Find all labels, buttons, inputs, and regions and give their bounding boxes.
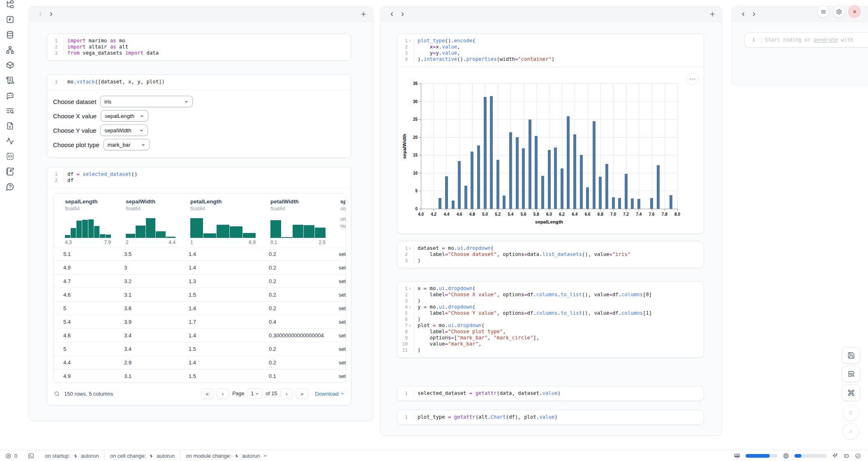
chat-icon[interactable] bbox=[6, 91, 16, 101]
altair-bar-chart: 051015202530354.04.24.44.64.85.05.25.45.… bbox=[397, 67, 704, 233]
y-value-select[interactable]: sepalWidth bbox=[100, 124, 148, 136]
gear-icon bbox=[836, 9, 842, 15]
cell-dataframe: 1df = selected_dataset()2df sepalLengthf… bbox=[47, 167, 351, 406]
fold-toggle-icon[interactable]: ∨ bbox=[408, 304, 412, 310]
code-editor[interactable]: 1plot_type = getattr(alt.Chart(df), plot… bbox=[397, 410, 704, 424]
code-editor[interactable]: 1import marimo as mo2import altair as al… bbox=[47, 34, 351, 60]
x-tick-label: 7.4 bbox=[633, 212, 645, 217]
dataset-select[interactable]: iris bbox=[100, 96, 193, 107]
settings-button[interactable] bbox=[833, 5, 845, 18]
table-row[interactable]: 4.73.21.30.2setosa bbox=[53, 274, 346, 288]
table-row[interactable]: 4.63.41.40.30000000000000004setosa bbox=[53, 328, 346, 342]
help-icon[interactable] bbox=[6, 182, 16, 192]
column-scroll-left-button[interactable] bbox=[738, 9, 748, 19]
column-scroll-left-button[interactable] bbox=[386, 9, 397, 19]
table-row[interactable]: 53.41.50.2setosa bbox=[53, 342, 346, 355]
first-page-button[interactable]: « bbox=[201, 388, 213, 399]
line-number: 9 bbox=[397, 335, 414, 341]
x-tick-label: 5.0 bbox=[479, 212, 491, 217]
generate-with-ai-link[interactable]: generate bbox=[813, 37, 838, 43]
scratchpad-icon[interactable] bbox=[6, 167, 16, 177]
add-cell-button[interactable] bbox=[709, 11, 716, 18]
close-app-button[interactable] bbox=[848, 5, 861, 18]
dependency-graph-icon[interactable] bbox=[6, 46, 16, 55]
table-row[interactable]: 4.93.11.50.1setosa bbox=[53, 369, 346, 383]
column-header[interactable]: sepalLengthfloat644.37.9 bbox=[53, 198, 114, 247]
last-page-button[interactable]: » bbox=[296, 388, 308, 399]
add-cell-button[interactable] bbox=[360, 11, 367, 18]
table-row[interactable]: 5.13.51.40.2setosa bbox=[53, 247, 346, 260]
packages-icon[interactable] bbox=[6, 61, 16, 71]
fold-toggle-icon[interactable]: ∨ bbox=[408, 245, 412, 251]
code-editor[interactable]: 1selected_dataset = getattr(data, datase… bbox=[397, 386, 704, 401]
code-editor[interactable]: 1df = selected_dataset()2df bbox=[47, 167, 351, 188]
fold-toggle-icon[interactable]: ∨ bbox=[408, 38, 412, 44]
download-button[interactable]: Download bbox=[315, 391, 344, 397]
column-scroll-right-button[interactable] bbox=[397, 9, 408, 19]
column-scroll-left-button[interactable] bbox=[35, 9, 46, 19]
plot-type-select[interactable]: mark_bar bbox=[104, 139, 150, 150]
keyboard-shortcuts-button[interactable] bbox=[842, 385, 860, 401]
prev-page-button[interactable]: ‹ bbox=[217, 388, 229, 399]
copilot-icon[interactable] bbox=[843, 453, 850, 459]
x-value-select[interactable]: sepalLength bbox=[101, 110, 148, 122]
on-cell-change-setting[interactable]: on cell change: autorun bbox=[105, 450, 180, 461]
logs-icon[interactable] bbox=[6, 106, 16, 116]
code-editor[interactable]: 1∨x = mo.ui.dropdown(2 label="Choose X v… bbox=[397, 281, 704, 357]
fold-toggle-icon[interactable]: ∨ bbox=[408, 286, 412, 292]
line-number: 2 bbox=[397, 292, 414, 298]
functions-icon[interactable] bbox=[6, 15, 16, 25]
next-page-button[interactable]: › bbox=[280, 388, 293, 399]
ai-sparkles-icon[interactable] bbox=[832, 453, 838, 459]
column-header[interactable]: speciesobjectunique:nulls: bbox=[329, 198, 346, 247]
line-number: 1 bbox=[397, 414, 414, 420]
search-icon[interactable] bbox=[54, 391, 60, 397]
chart-bar bbox=[452, 201, 455, 209]
database-icon[interactable] bbox=[6, 30, 16, 40]
cell-imports: 1import marimo as mo2import altair as al… bbox=[47, 33, 351, 61]
line-number: 3 bbox=[47, 50, 64, 56]
column-scroll-right-button[interactable] bbox=[748, 9, 759, 19]
column-histogram bbox=[126, 215, 175, 238]
run-all-button[interactable] bbox=[843, 423, 859, 440]
save-button[interactable] bbox=[842, 347, 860, 364]
terminal-button[interactable] bbox=[23, 450, 39, 461]
line-number: 10 bbox=[397, 341, 414, 347]
code-editor[interactable]: 1∨plot_type().encode(2 x=x.value,3 y=y.v… bbox=[397, 34, 704, 67]
chevron-down-icon bbox=[141, 143, 145, 147]
x-tick-label: 7.8 bbox=[658, 212, 671, 217]
scripts-icon[interactable] bbox=[6, 76, 16, 86]
code-editor[interactable]: 1 Start coding or generate with bbox=[745, 33, 868, 47]
stop-execution-button[interactable] bbox=[843, 405, 859, 421]
documentation-icon[interactable] bbox=[6, 122, 16, 131]
file-tree-icon[interactable] bbox=[6, 0, 16, 10]
errors-indicator[interactable]: 0 bbox=[0, 450, 23, 461]
column-1-header bbox=[29, 7, 373, 22]
code-editor[interactable]: 1∨dataset = mo.ui.dropdown(2 label="Choo… bbox=[397, 241, 704, 268]
on-module-change-setting[interactable]: on module change: autorun bbox=[180, 450, 273, 461]
table-row[interactable]: 4.931.40.2setosa bbox=[53, 260, 346, 274]
chart-bar bbox=[503, 196, 506, 209]
fold-toggle-icon[interactable]: ∨ bbox=[408, 323, 412, 329]
status-bar: 0 on startup: autorun on cell change: au… bbox=[0, 450, 868, 461]
tracing-icon[interactable] bbox=[6, 137, 16, 147]
dropdown-label: Choose X value bbox=[53, 113, 97, 120]
table-row[interactable]: 4.63.11.50.2setosa bbox=[53, 288, 346, 301]
code-editor[interactable]: 1mo.vstack([dataset, x, y, plot]) bbox=[47, 75, 351, 89]
on-startup-setting[interactable]: on startup: autorun bbox=[39, 450, 104, 461]
layout-toggle-button[interactable] bbox=[842, 366, 860, 382]
page-select[interactable]: 1 bbox=[247, 388, 262, 399]
chart-menu-button[interactable]: ••• bbox=[686, 73, 699, 85]
table-row[interactable]: 4.42.91.40.2setosa bbox=[53, 355, 346, 369]
column-scroll-right-button[interactable] bbox=[46, 9, 56, 19]
table-row[interactable]: 53.61.40.2setosa bbox=[53, 301, 346, 315]
connection-status-icon[interactable] bbox=[855, 453, 861, 459]
cell-vstack: 1mo.vstack([dataset, x, y, plot]) Choose… bbox=[47, 74, 351, 158]
table-row[interactable]: 5.43.91.70.4setosa bbox=[53, 315, 346, 328]
column-header[interactable]: petalWidthfloat640.12.5 bbox=[259, 198, 329, 247]
menu-button[interactable] bbox=[817, 5, 829, 18]
y-tick-label: 25 bbox=[407, 117, 418, 122]
column-header[interactable]: petalLengthfloat6416.9 bbox=[179, 198, 259, 247]
column-header[interactable]: sepalWidthfloat6424.4 bbox=[114, 198, 179, 247]
snippets-icon[interactable] bbox=[6, 152, 16, 162]
